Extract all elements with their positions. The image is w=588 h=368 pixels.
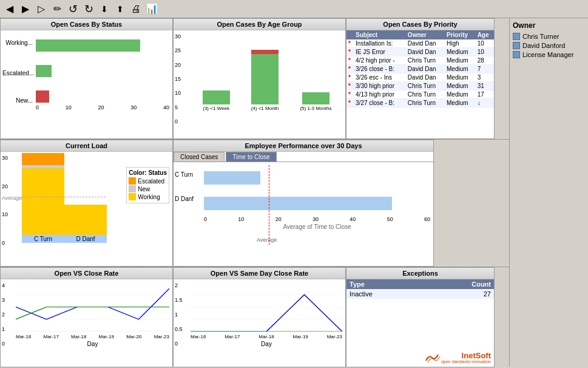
open-cases-by-age-panel: Open Cases By Age Group 0 5 10 15 20 25 … — [173, 18, 346, 139]
logo-tagline: open standards innovation — [441, 359, 491, 364]
priority-table: Subject Owner Priority Age * Installatio… — [346, 30, 494, 107]
download-button[interactable]: ⬇ — [97, 2, 112, 16]
exceptions-panel: Exceptions Type Count Inactive 2 — [346, 267, 495, 367]
priority-col-subject: Subject — [354, 30, 406, 39]
priority-col-priority: Priority — [445, 30, 476, 39]
age-group-month: (4) <1 Month — [251, 50, 279, 111]
chart-button[interactable]: 📊 — [144, 2, 159, 16]
exceptions-table: Type Count Inactive 27 — [346, 279, 494, 299]
row3: Open VS Close Rate 0 1 2 3 4 — [0, 267, 509, 367]
table-row: * Installation Is: David Dan High 10 — [346, 39, 494, 48]
current-load-panel: Current Load 0 10 20 30 Average — [0, 140, 173, 267]
table-row: * 4/2 high prior - Chris Turn Medium 28 — [346, 56, 494, 65]
load-bar-cturn: C Turn — [22, 153, 64, 243]
new-bar — [36, 90, 49, 103]
table-row: * 3/27 close - B: Chris Turn Medium ↓ — [346, 99, 494, 107]
upload-button[interactable]: ⬆ — [113, 2, 127, 16]
owner-checkbox-david[interactable] — [513, 42, 520, 49]
age-group-3months: (5) 1-3 Months — [300, 92, 331, 111]
open-cases-by-priority-panel: Open Cases By Priority Subject Owner Pri… — [346, 18, 495, 139]
owner-checkbox-chris[interactable] — [513, 33, 520, 40]
redo-button[interactable]: ↻ — [81, 2, 96, 16]
employee-tabs: Closed Cases Time to Close — [174, 152, 433, 162]
employee-performance-panel: Employee Performance over 30 Days Closed… — [173, 140, 434, 267]
owner-item-chris[interactable]: Chris Turner — [513, 33, 585, 40]
owner-item-david[interactable]: David Danford — [513, 42, 585, 49]
emp-bar-cturn — [204, 171, 430, 185]
load-bar-ddanf: D Danf — [64, 205, 107, 243]
table-row: * 3/26 esc - Ins David Dan Medium 3 — [346, 73, 494, 82]
emp-y-label-cturn: C Turn — [175, 171, 193, 178]
open-vs-close-rate-panel: Open VS Close Rate 0 1 2 3 4 — [0, 267, 173, 367]
open-cases-by-status-panel: Open Cases By Status Working... Escalate… — [0, 18, 173, 139]
exceptions-title: Exceptions — [346, 268, 494, 279]
open-vs-close-chart — [16, 282, 169, 332]
tab-closed-cases[interactable]: Closed Cases — [174, 152, 225, 162]
row1: Open Cases By Status Working... Escalate… — [0, 18, 509, 140]
cturn-working — [22, 168, 64, 235]
row2: Current Load 0 10 20 30 Average — [0, 140, 509, 267]
load-legend: Color: Status Escalated New Working — [126, 167, 169, 203]
table-row: * 4/13 high prior Chris Turn Medium 17 — [346, 90, 494, 99]
main-content: Open Cases By Status Working... Escalate… — [0, 18, 588, 367]
open-vs-close-rate-title: Open VS Close Rate — [1, 268, 172, 279]
working-bar — [36, 39, 140, 52]
open-vs-same-day-panel: Open VS Same Day Close Rate 0 0.5 1 1.5 … — [173, 267, 346, 367]
tab-time-to-close[interactable]: Time to Close — [226, 152, 276, 162]
ddanf-working — [64, 205, 107, 235]
priority-col-age: Age — [476, 30, 494, 39]
play-button[interactable]: ▷ — [34, 2, 49, 16]
cturn-escalated — [22, 153, 64, 165]
table-row: * IE JS Error David Dan Medium 10 — [346, 48, 494, 56]
emp-y-label-ddanf: D Danf — [175, 196, 194, 202]
open-vs-same-day-title: Open VS Same Day Close Rate — [174, 268, 345, 279]
open-vs-close-x-title: Day — [16, 341, 169, 347]
exceptions-row: Inactive 27 — [346, 289, 494, 299]
open-vs-same-day-x-title: Day — [191, 341, 342, 347]
open-cases-by-age-title: Open Cases By Age Group — [174, 19, 345, 30]
forward-button[interactable]: ▶ — [18, 2, 33, 16]
undo-button[interactable]: ↺ — [66, 2, 80, 16]
escalated-bar — [36, 65, 52, 77]
dashboard: Open Cases By Status Working... Escalate… — [0, 18, 509, 367]
owner-item-license[interactable]: License Manager — [513, 51, 585, 58]
table-row: * 3/30 high prior Chris Turn Medium 31 — [346, 82, 494, 90]
print-button[interactable]: 🖨 — [129, 2, 143, 16]
legend-working: Working — [129, 193, 167, 200]
age-group-week: (3) <1 Week — [203, 90, 230, 111]
sidebar-title: Owner — [513, 21, 585, 30]
priority-col-star — [346, 30, 354, 39]
legend-new: New — [129, 185, 167, 193]
edit-button[interactable]: ✏ — [50, 2, 64, 16]
emp-x-title: Average of Time to Close — [204, 223, 430, 230]
owner-label-david: David Danford — [522, 42, 565, 49]
owner-label-chris: Chris Turner — [522, 33, 559, 40]
open-cases-by-status-title: Open Cases By Status — [1, 19, 172, 30]
employee-performance-title: Employee Performance over 30 Days — [174, 140, 433, 152]
owner-checkbox-license[interactable] — [513, 51, 520, 58]
open-cases-by-priority-title: Open Cases By Priority — [346, 19, 494, 30]
inetsoft-logo: InetSoft open standards innovation — [423, 352, 491, 364]
logo-name: InetSoft — [441, 352, 491, 359]
current-load-title: Current Load — [1, 140, 172, 152]
toolbar: ◀ ▶ ▷ ✏ ↺ ↻ ⬇ ⬆ 🖨 📊 — [0, 0, 588, 18]
emp-bar-ddanf — [204, 197, 430, 210]
priority-col-owner: Owner — [406, 30, 445, 39]
open-vs-same-day-chart — [191, 282, 342, 332]
inetsoft-logo-icon — [423, 352, 441, 364]
exceptions-col-type: Type — [346, 279, 425, 289]
average-line — [22, 197, 106, 197]
exceptions-col-count: Count — [425, 279, 494, 289]
back-button[interactable]: ◀ — [2, 2, 17, 16]
table-row: * 3/26 close - B: David Dan Medium 7 — [346, 65, 494, 73]
sidebar: Owner Chris Turner David Danford License… — [509, 18, 588, 367]
exceptions-content: Type Count Inactive 27 — [346, 279, 494, 299]
legend-escalated: Escalated — [129, 177, 167, 185]
emp-avg-line — [269, 165, 269, 245]
owner-label-license: License Manager — [522, 51, 573, 58]
